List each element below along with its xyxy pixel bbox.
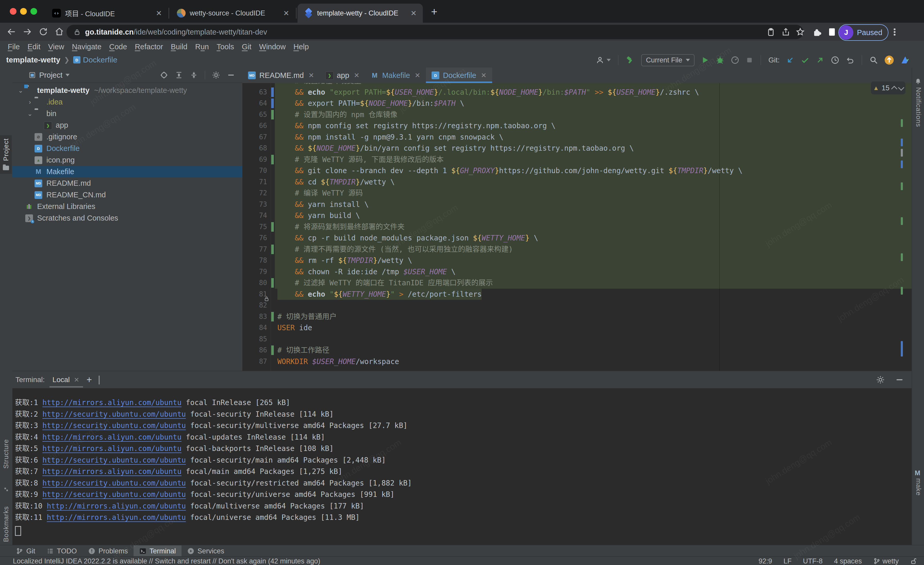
readonly-lock-icon[interactable] bbox=[910, 557, 917, 565]
code-line-76[interactable]: 76 && cp -r build node_modules package.j… bbox=[242, 233, 912, 244]
menu-git[interactable]: Git bbox=[242, 42, 251, 51]
git-commit-icon[interactable] bbox=[801, 56, 810, 65]
code-line-63[interactable]: 63 && echo "export PATH=${USER_HOME}/.lo… bbox=[242, 87, 912, 98]
code-line-71[interactable]: 71 && cd ${TMPDIR}/wetty \ bbox=[242, 176, 912, 188]
terminal-url-link[interactable]: http://mirrors.aliyun.com/ubuntu bbox=[42, 467, 182, 476]
tree-caret-icon[interactable]: › bbox=[25, 99, 34, 106]
ide-update-icon[interactable] bbox=[884, 55, 894, 65]
browser-tab-2[interactable]: template-wetty - CloudIDE✕ bbox=[297, 4, 423, 23]
side-panel-icon[interactable] bbox=[827, 27, 837, 37]
stripe-make-button[interactable]: make bbox=[915, 478, 922, 497]
stripe-notifications-button[interactable]: Notifications bbox=[915, 87, 922, 128]
code-line-75[interactable]: 75 # 将源码复制到最终部署的文件夹 bbox=[242, 221, 912, 233]
toolwindow-services[interactable]: Services bbox=[182, 545, 230, 557]
terminal-dropdown-icon[interactable] bbox=[99, 376, 99, 384]
toolwindow-todo[interactable]: TODO bbox=[41, 545, 83, 557]
terminal-settings-gear-icon[interactable] bbox=[876, 376, 885, 384]
tree-row-.gitignore[interactable]: ⊘.gitignore bbox=[12, 131, 242, 143]
code-line-66[interactable]: 66 && npm config set registry https://re… bbox=[242, 120, 912, 132]
menu-refactor[interactable]: Refactor bbox=[135, 42, 163, 51]
git-branch-widget[interactable]: wetty bbox=[873, 557, 899, 565]
breadcrumb-project[interactable]: template-wetty bbox=[6, 56, 60, 64]
menu-file[interactable]: File bbox=[8, 42, 20, 51]
expand-all-icon[interactable] bbox=[175, 71, 183, 79]
locate-file-icon[interactable] bbox=[160, 71, 168, 79]
code-line-80[interactable]: 80 # 过滤掉 WeTTY 的端口在 TitanIDE 应用端口列表的展示 bbox=[242, 277, 912, 289]
line-separator[interactable]: LF bbox=[783, 557, 792, 565]
traffic-close-icon[interactable] bbox=[10, 8, 16, 15]
terminal-tab-local[interactable]: Local bbox=[52, 372, 70, 388]
code-line-87[interactable]: 87WORKDIR $USER_HOME/workspace bbox=[242, 356, 912, 367]
menu-edit[interactable]: Edit bbox=[28, 42, 40, 51]
bookmark-star-icon[interactable] bbox=[796, 27, 805, 37]
codewith-me-icon[interactable] bbox=[596, 56, 611, 65]
caret-position[interactable]: 92:9 bbox=[759, 557, 772, 565]
status-message[interactable]: Localized IntelliJ IDEA 2022.2.2 is avai… bbox=[13, 557, 320, 565]
code-line-64[interactable]: 64 && export PATH=${NODE_HOME}/bin:$PATH… bbox=[242, 98, 912, 109]
browser-tab-0[interactable]: ‹›项目 - CloudIDE✕ bbox=[45, 4, 168, 23]
menu-code[interactable]: Code bbox=[110, 42, 127, 51]
traffic-zoom-icon[interactable] bbox=[30, 8, 37, 15]
gradle-elephant-icon[interactable] bbox=[900, 55, 910, 65]
editor-tab-close-icon[interactable]: ✕ bbox=[354, 71, 360, 80]
tree-row-README.md[interactable]: MDREADME.md bbox=[12, 177, 242, 189]
home-icon[interactable] bbox=[55, 27, 64, 36]
terminal-url-link[interactable]: http://mirrors.aliyun.com/ubuntu bbox=[42, 433, 182, 442]
error-stripe[interactable] bbox=[901, 83, 903, 371]
terminal-url-link[interactable]: http://security.ubuntu.com/ubuntu bbox=[42, 456, 186, 464]
terminal-url-link[interactable]: http://mirrors.aliyun.com/ubuntu bbox=[42, 398, 182, 407]
collapse-all-icon[interactable] bbox=[190, 71, 198, 79]
tree-row-ExternalLibraries[interactable]: External Libraries bbox=[12, 201, 242, 212]
profiler-icon[interactable] bbox=[730, 56, 740, 65]
forward-icon[interactable] bbox=[22, 27, 32, 36]
code-line-77[interactable]: 77 # 清理不再需要的源文件 (当然, 也可以采用独立的融容器来构建) bbox=[242, 244, 912, 255]
tab-close-icon[interactable]: ✕ bbox=[284, 9, 289, 18]
git-update-icon[interactable] bbox=[786, 56, 795, 65]
tree-row-app[interactable]: ❯app bbox=[12, 119, 242, 131]
url-bar[interactable]: go.titanide.cn/ide/web/coding/template-w… bbox=[66, 25, 803, 39]
code-line-79[interactable]: 79 && chown -R ide:ide /tmp $USER_HOME \ bbox=[242, 266, 912, 278]
terminal-tab-close-icon[interactable]: ✕ bbox=[74, 376, 80, 384]
code-line-78[interactable]: 78 && rm -rf ${TMPDIR}/wetty \ bbox=[242, 255, 912, 266]
stripe-project-button[interactable]: Project bbox=[0, 135, 12, 174]
code-line-65[interactable]: 65 # 设置为国内的 npm 仓库镜像 bbox=[242, 109, 912, 120]
inspections-widget[interactable]: ▲ 15 bbox=[871, 81, 905, 95]
tree-row-ScratchesandConsoles[interactable]: ❯Scratches and Consoles bbox=[12, 212, 242, 224]
tree-row-Dockerfile[interactable]: DDockerfile bbox=[12, 143, 242, 154]
code-line-68[interactable]: 68 && ${NODE_HOME}/bin/yarn config set r… bbox=[242, 143, 912, 154]
terminal-url-link[interactable]: http://security.ubuntu.com/ubuntu bbox=[42, 421, 186, 430]
code-line-69[interactable]: 69 # 克隆 WeTTY 源码, 下面是我修改后的版本 bbox=[242, 154, 912, 165]
run-config-select[interactable]: Current File bbox=[641, 54, 694, 66]
code-line-62[interactable]: 62 # 设置路径环境变量 bbox=[242, 83, 912, 87]
hide-panel-icon[interactable] bbox=[227, 71, 235, 79]
menu-view[interactable]: View bbox=[48, 42, 64, 51]
git-push-icon[interactable] bbox=[816, 56, 825, 65]
code-line-86[interactable]: 86# 切换工作路径 bbox=[242, 345, 912, 356]
menu-help[interactable]: Help bbox=[293, 42, 309, 51]
terminal-url-link[interactable]: http://security.ubuntu.com/ubuntu bbox=[42, 410, 186, 418]
editor-tab-close-icon[interactable]: ✕ bbox=[415, 71, 420, 80]
code-line-83[interactable]: 83# 切换为普通用户 bbox=[242, 311, 912, 323]
menu-navigate[interactable]: Navigate bbox=[72, 42, 101, 51]
project-panel-title[interactable]: Project bbox=[28, 71, 70, 80]
terminal-url-link[interactable]: http://security.ubuntu.com/ubuntu bbox=[42, 490, 186, 499]
code-line-72[interactable]: 72 # 编译 WeTTY 源码 bbox=[242, 188, 912, 199]
code-line-67[interactable]: 67 && npm install -g npm@9.3.1 yarn cnpm… bbox=[242, 132, 912, 143]
new-terminal-icon[interactable]: + bbox=[86, 374, 92, 385]
toolwindow-git[interactable]: Git bbox=[10, 545, 41, 557]
menu-tools[interactable]: Tools bbox=[217, 42, 234, 51]
search-everywhere-icon[interactable] bbox=[869, 56, 878, 65]
back-icon[interactable] bbox=[7, 27, 16, 36]
code-line-70[interactable]: 70 && git clone --branch dev --depth 1 $… bbox=[242, 165, 912, 176]
editor-tab-Makefile[interactable]: MMakefile✕ bbox=[365, 68, 426, 83]
editor-tab-README.md[interactable]: MDREADME.md✕ bbox=[242, 68, 320, 83]
reload-icon[interactable] bbox=[39, 27, 48, 36]
new-tab-button[interactable]: + bbox=[431, 7, 438, 17]
build-hammer-icon[interactable] bbox=[626, 56, 635, 65]
tab-close-icon[interactable]: ✕ bbox=[156, 9, 162, 18]
tree-caret-icon[interactable]: ⌄ bbox=[25, 110, 34, 117]
toolwindow-terminal[interactable]: Terminal bbox=[134, 545, 182, 557]
tab-close-icon[interactable]: ✕ bbox=[411, 9, 417, 18]
share-icon[interactable] bbox=[781, 27, 790, 37]
stop-icon[interactable] bbox=[746, 56, 753, 64]
